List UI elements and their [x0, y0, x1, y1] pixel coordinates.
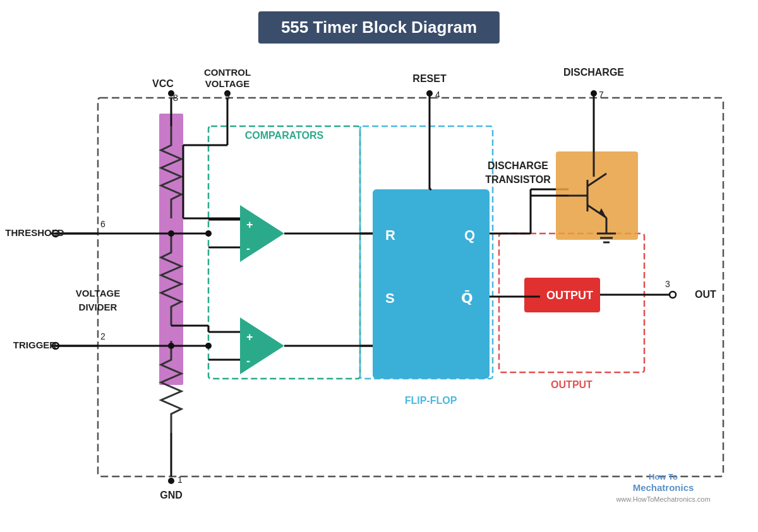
svg-text:+: + — [246, 218, 253, 231]
svg-text:-: - — [246, 355, 250, 367]
svg-text:TRANSISTOR: TRANSISTOR — [485, 174, 551, 185]
vcc-label: VCC — [152, 78, 174, 89]
svg-text:FLIP-FLOP: FLIP-FLOP — [405, 395, 457, 406]
svg-rect-38 — [373, 189, 490, 379]
svg-point-21 — [168, 343, 174, 349]
svg-text:3: 3 — [665, 279, 670, 289]
svg-text:VOLTAGE: VOLTAGE — [76, 288, 120, 299]
svg-text:4: 4 — [435, 90, 440, 100]
svg-text:Q̄: Q̄ — [461, 290, 473, 306]
svg-text:OUTPUT: OUTPUT — [551, 379, 593, 390]
circuit-diagram: + - + - R Q S Q̄ — [0, 0, 758, 532]
svg-text:DISCHARGE: DISCHARGE — [488, 160, 548, 171]
svg-point-72 — [670, 292, 676, 298]
svg-text:DISCHARGE: DISCHARGE — [563, 67, 624, 78]
svg-text:Q: Q — [464, 227, 475, 243]
svg-point-100 — [205, 343, 212, 349]
svg-text:DIVIDER: DIVIDER — [79, 302, 117, 312]
svg-text:VOLTAGE: VOLTAGE — [205, 78, 250, 89]
svg-text:8: 8 — [173, 92, 178, 103]
svg-point-66 — [591, 90, 597, 97]
svg-text:6: 6 — [100, 219, 105, 229]
svg-text:GND: GND — [160, 490, 183, 500]
svg-text:TRIGGER: TRIGGER — [13, 340, 57, 350]
svg-text:THRESHOLD: THRESHOLD — [5, 227, 64, 238]
svg-rect-1 — [208, 126, 360, 379]
svg-text:www.HowToMechatronics.com: www.HowToMechatronics.com — [615, 495, 710, 503]
svg-text:Mechatronics: Mechatronics — [633, 482, 694, 493]
svg-point-23 — [168, 478, 174, 484]
svg-text:7: 7 — [599, 90, 604, 100]
svg-text:2: 2 — [100, 331, 105, 341]
svg-text:OUT: OUT — [695, 289, 716, 300]
svg-text:+: + — [246, 331, 253, 343]
svg-text:OUTPUT: OUTPUT — [546, 289, 593, 302]
svg-text:How To: How To — [649, 472, 678, 482]
svg-text:RESET: RESET — [412, 73, 447, 84]
svg-text:S: S — [385, 290, 395, 306]
svg-text:5: 5 — [225, 92, 230, 102]
svg-text:CONTROL: CONTROL — [204, 67, 251, 78]
svg-text:R: R — [385, 227, 395, 243]
svg-point-52 — [426, 90, 433, 97]
svg-text:-: - — [246, 242, 250, 255]
svg-text:1: 1 — [177, 475, 183, 485]
svg-text:COMPARATORS: COMPARATORS — [245, 130, 324, 141]
svg-point-99 — [205, 230, 212, 237]
